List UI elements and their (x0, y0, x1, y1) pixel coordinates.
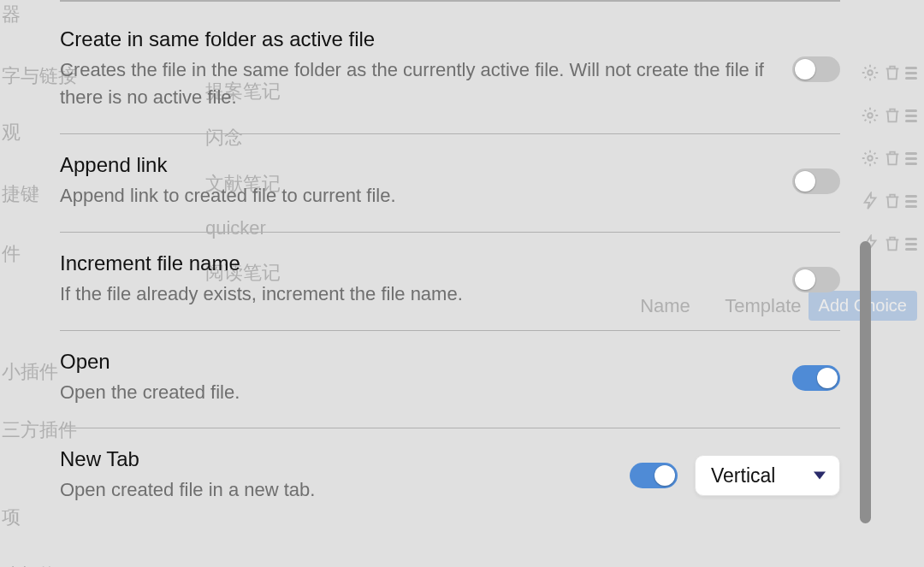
toggle-create-same-folder[interactable] (792, 56, 840, 82)
drag-handle-icon (905, 67, 917, 80)
setting-desc: Append link to created file to current f… (60, 182, 772, 210)
setting-title: New Tab (60, 447, 609, 471)
setting-open: Open Open the created file. (60, 331, 840, 429)
bolt-icon (861, 192, 880, 210)
settings-panel: Create in same folder as active file Cre… (60, 0, 840, 567)
setting-desc: Creates the file in the same folder as t… (60, 56, 772, 111)
svg-point-2 (868, 156, 873, 161)
row-actions (844, 51, 917, 94)
setting-desc: Open the created file. (60, 379, 772, 406)
setting-desc: Open created file in a new tab. (60, 476, 609, 504)
toggle-increment-name[interactable] (792, 267, 840, 292)
setting-create-same-folder: Create in same folder as active file Cre… (60, 2, 840, 134)
scrollbar-thumb[interactable] (860, 241, 871, 523)
trash-icon (883, 63, 902, 82)
gear-icon (861, 63, 880, 82)
setting-desc: If the file already exists, increment th… (60, 281, 772, 308)
setting-new-tab: New Tab Open created file in a new tab. … (60, 428, 840, 526)
svg-point-1 (868, 113, 873, 118)
toggle-append-link[interactable] (792, 168, 840, 194)
select-value: Vertical (711, 464, 775, 487)
toggle-open[interactable] (792, 365, 840, 391)
setting-increment-name: Increment file name If the file already … (60, 233, 840, 331)
setting-title: Append link (60, 153, 772, 177)
setting-append-link: Append link Append link to created file … (60, 134, 840, 233)
new-tab-direction-select[interactable]: Vertical (695, 455, 840, 496)
setting-title: Open (60, 350, 772, 374)
setting-title: Create in same folder as active file (60, 27, 772, 51)
toggle-new-tab[interactable] (630, 463, 678, 488)
svg-point-0 (868, 70, 873, 75)
setting-title: Increment file name (60, 251, 772, 275)
scrollbar[interactable] (860, 241, 871, 523)
chevron-down-icon (814, 472, 826, 480)
